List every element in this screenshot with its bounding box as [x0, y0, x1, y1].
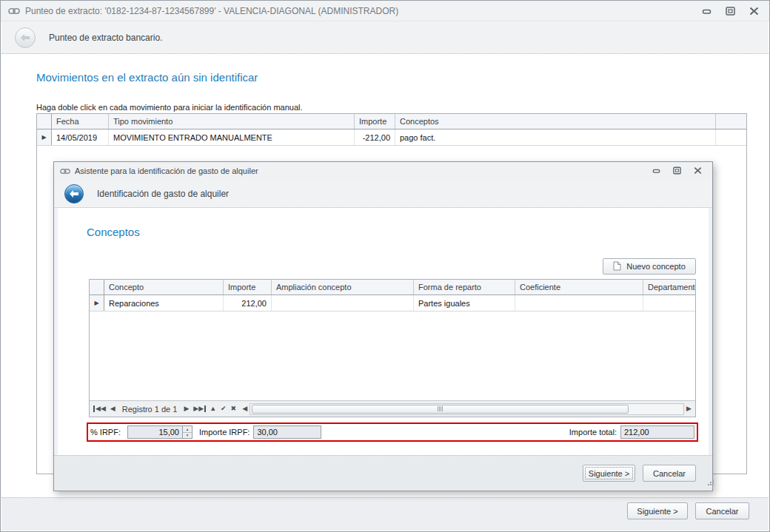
minimize-icon[interactable] — [702, 7, 712, 16]
column-header-forma-reparto[interactable]: Forma de reparto — [414, 280, 515, 294]
row-indicator-icon: ▶ — [94, 300, 98, 306]
horizontal-scrollbar: ◀ ▶ — [240, 403, 694, 415]
append-record-icon[interactable]: ▲ — [207, 405, 218, 412]
chain-link-icon — [8, 4, 20, 18]
column-header-fecha[interactable]: Fecha — [52, 114, 109, 129]
irpf-pct-input[interactable] — [127, 425, 182, 439]
concept-row[interactable]: ▶ Reparaciones 212,00 Partes iguales — [90, 295, 695, 312]
row-selector-cell: ▶ — [90, 295, 104, 311]
cell-coeficiente[interactable] — [515, 295, 643, 311]
cell-importe[interactable]: -212,00 — [355, 129, 395, 145]
column-header-empty — [716, 114, 746, 129]
cell-concepto[interactable]: Reparaciones — [104, 295, 224, 311]
new-document-icon — [613, 261, 621, 272]
dialog-window-controls — [652, 162, 702, 180]
dialog-title: Asistente para la identificación de gast… — [75, 166, 258, 175]
cell-importe[interactable]: 212,00 — [224, 295, 272, 311]
previous-record-icon[interactable]: ◀ — [108, 405, 118, 412]
instruction-text: Haga doble click en cada movimiento para… — [36, 103, 303, 112]
dialog-titlebar: Asistente para la identificación de gast… — [54, 162, 712, 180]
column-header-tipo-movimiento[interactable]: Tipo movimiento — [109, 114, 355, 129]
record-navigator: ◀◀ ◀ Registro 1 de 1 ▶ ▶▶ ▲ ✔ ✖ ◀ ▶ — [90, 400, 695, 417]
main-header-label: Punteo de extracto bancario. — [49, 33, 162, 43]
concepts-table: Concepto Importe Ampliación concepto For… — [89, 279, 696, 417]
cell-conceptos[interactable]: pago fact. — [395, 129, 716, 145]
maximize-icon[interactable] — [673, 164, 681, 178]
last-record-icon[interactable]: ▶▶ — [191, 405, 206, 412]
next-record-icon[interactable]: ▶ — [181, 405, 191, 412]
resize-grip[interactable] — [708, 479, 709, 481]
scroll-right-icon[interactable]: ▶ — [684, 405, 694, 412]
back-arrow-icon — [21, 34, 30, 41]
header-selector-cell — [90, 280, 104, 294]
scrollbar-track[interactable] — [250, 403, 684, 415]
maximize-icon[interactable] — [726, 7, 735, 16]
cell-ampliacion[interactable] — [272, 295, 414, 311]
conceptos-title: Conceptos — [87, 226, 140, 238]
minimize-icon[interactable] — [652, 164, 660, 178]
spinner-up-icon[interactable]: ▲ — [183, 426, 192, 433]
spinner-down-icon[interactable]: ▼ — [183, 433, 192, 439]
irpf-amount-label: Importe IRPF: — [199, 428, 250, 437]
cell-departamento[interactable] — [643, 295, 695, 311]
row-selector-cell: ▶ — [37, 129, 52, 145]
column-header-importe[interactable]: Importe — [224, 280, 272, 294]
new-concept-button[interactable]: Nuevo concepto — [603, 258, 696, 275]
irpf-pct-spinner: ▲ ▼ — [127, 425, 192, 439]
spinner-buttons: ▲ ▼ — [182, 425, 192, 439]
column-header-importe[interactable]: Importe — [355, 114, 395, 129]
header-selector-cell — [37, 114, 52, 129]
close-icon[interactable] — [694, 164, 702, 178]
column-header-concepto[interactable]: Concepto — [104, 280, 224, 294]
column-header-coeficiente[interactable]: Coeficiente — [515, 280, 643, 294]
irpf-panel: % IRPF: ▲ ▼ Importe IRPF: Importe total: — [87, 422, 698, 442]
back-button[interactable] — [15, 27, 36, 48]
dialog-cancel-button[interactable]: Cancelar — [643, 465, 696, 482]
main-titlebar: Punteo de extracto: '0182-1234-87-123456… — [1, 1, 769, 21]
wizard-dialog: Asistente para la identificación de gast… — [53, 161, 713, 491]
main-cancel-button[interactable]: Cancelar — [695, 502, 749, 519]
dialog-back-button[interactable] — [64, 184, 84, 203]
column-header-ampliacion[interactable]: Ampliación concepto — [272, 280, 414, 294]
page-title: Movimientos en el extracto aún sin ident… — [36, 71, 258, 84]
new-concept-label: Nuevo concepto — [626, 262, 686, 271]
back-arrow-icon — [70, 190, 78, 198]
column-header-departamento[interactable]: Departamento — [643, 280, 695, 294]
cell-fecha[interactable]: 14/05/2019 — [52, 129, 109, 145]
main-header-band: Punteo de extracto bancario. — [1, 21, 769, 54]
dialog-next-button[interactable]: Siguiente > — [583, 465, 635, 482]
irpf-pct-label: % IRPF: — [90, 428, 121, 437]
scroll-left-icon[interactable]: ◀ — [240, 405, 250, 412]
main-next-button[interactable]: Siguiente > — [627, 502, 688, 519]
app-window: Punteo de extracto: '0182-1234-87-123456… — [0, 0, 770, 532]
close-icon[interactable] — [749, 7, 759, 16]
movements-table-header: Fecha Tipo movimiento Importe Conceptos — [37, 114, 746, 129]
scrollbar-thumb[interactable] — [252, 405, 629, 414]
total-amount-label: Importe total: — [569, 428, 617, 437]
end-edit-icon[interactable]: ✔ — [218, 405, 229, 412]
main-window-title: Punteo de extracto: '0182-1234-87-123456… — [25, 6, 398, 16]
dialog-header-band: Identificación de gasto de alquiler — [55, 180, 712, 208]
total-amount-input[interactable] — [620, 425, 694, 439]
irpf-amount-input[interactable] — [253, 425, 321, 439]
chain-link-icon — [60, 164, 70, 178]
main-window-controls — [702, 1, 759, 21]
dialog-header-label: Identificación de gasto de alquiler — [97, 189, 229, 199]
movement-row[interactable]: ▶ 14/05/2019 MOVIMIENTO ENTRADO MANUALME… — [37, 129, 746, 146]
cell-tipo-movimiento[interactable]: MOVIMIENTO ENTRADO MANUALMENTE — [109, 129, 355, 145]
cell-forma-reparto[interactable]: Partes iguales — [414, 295, 515, 311]
row-indicator-icon: ▶ — [41, 134, 46, 141]
first-record-icon[interactable]: ◀◀ — [93, 405, 108, 412]
column-header-conceptos[interactable]: Conceptos — [395, 114, 716, 129]
cell-empty — [716, 129, 746, 145]
record-count-label: Registro 1 de 1 — [122, 405, 178, 414]
concepts-table-header: Concepto Importe Ampliación concepto For… — [90, 280, 695, 295]
dialog-footer-bar: Siguiente > Cancelar — [54, 455, 712, 491]
cancel-edit-icon[interactable]: ✖ — [229, 405, 239, 412]
main-footer-bar: Siguiente > Cancelar — [1, 497, 769, 531]
